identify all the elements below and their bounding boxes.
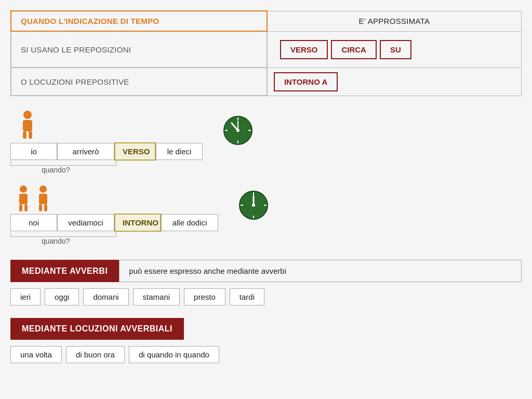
svg-rect-3 [29,131,32,139]
avverbo-stamani: stamani [133,288,180,305]
svg-rect-17 [39,194,47,204]
svg-rect-19 [44,204,47,211]
subject-2: noi [10,214,57,231]
svg-rect-1 [23,120,32,131]
avverbo-domani: domani [83,288,128,305]
top-table: QUANDO L'INDICAZIONE DI TEMPO E' APPROSS… [10,10,522,96]
avverbo-oggi: oggi [45,288,79,305]
prep-2: INTORNO [114,214,161,232]
avverbi-words-row: ieri oggi domani stamani presto tardi [10,288,522,305]
avverbi-description: può essere espresso anche mediante avver… [119,260,522,282]
quando-2: quando? [42,237,218,245]
prep-su: SU [380,40,411,59]
person-icon-1 [18,111,37,139]
locuzioni-words-row: una volta di buon ora di quando in quand… [10,346,522,363]
clock-icon-2 [239,191,268,220]
person-icon-2a [15,185,32,211]
svg-point-12 [20,185,27,193]
prep-verso: VERSO [280,40,328,59]
prep-1: VERSO [114,142,156,161]
svg-point-0 [23,111,32,119]
diagram-group-2: noi vediamoci INTORNO alle dodici quando… [10,185,522,245]
locuzione-una-volta: una volta [10,346,62,363]
avverbi-banner: MEDIANTE AVVERBI può essere espresso anc… [10,260,522,282]
diagram-section: io arriverò VERSO le dieci quando? [10,111,522,245]
clock-group-2 [239,191,268,221]
svg-rect-13 [19,194,28,204]
avverbo-ieri: ieri [10,288,41,305]
prep-circa: CIRCA [331,40,377,59]
locuzioni-title-box: MEDIANTE LOCUZIONI AVVERBIALI [10,318,184,340]
person-group-2: noi vediamoci INTORNO alle dodici quando… [10,185,218,245]
locuzione-buon-ora: di buon ora [66,346,125,363]
row2-label: SI USANO LE PREPOSIZIONI [11,31,267,68]
person-icon-2b [34,185,52,211]
locuzione-box: INTORNO A [274,72,338,91]
avverbi-title: MEDIANTE AVVERBI [10,260,119,282]
complement-2: alle dodici [161,214,218,231]
svg-point-16 [39,185,47,193]
quando-1: quando? [42,166,203,174]
clock-group-1 [223,116,252,147]
svg-rect-14 [19,204,22,211]
clock-icon-1 [223,116,252,145]
locuzioni-title: MEDIANTE LOCUZIONI AVVERBIALI [10,315,522,346]
avverbo-presto: presto [184,288,225,305]
verb-1: arriverò [57,143,114,160]
locuzione-quando-in-quando: di quando in quando [129,346,219,363]
row3-label: O LOCUZIONI PREPOSITIVE [11,68,267,96]
prepositions-container: VERSO CIRCA SU [274,36,515,63]
subject-1: io [10,143,57,160]
svg-rect-2 [23,131,26,139]
svg-rect-18 [39,204,42,211]
person-group-1: io arriverò VERSO le dieci quando? [10,111,203,174]
row1-label: QUANDO L'INDICAZIONE DI TEMPO [11,11,267,31]
diagram-group-1: io arriverò VERSO le dieci quando? [10,111,522,174]
complement-1: le dieci [156,143,203,160]
avverbo-tardi: tardi [230,288,264,305]
row1-content: E' APPROSSIMATA [267,11,522,31]
svg-rect-15 [24,204,28,211]
verb-2: vediamoci [57,214,114,231]
